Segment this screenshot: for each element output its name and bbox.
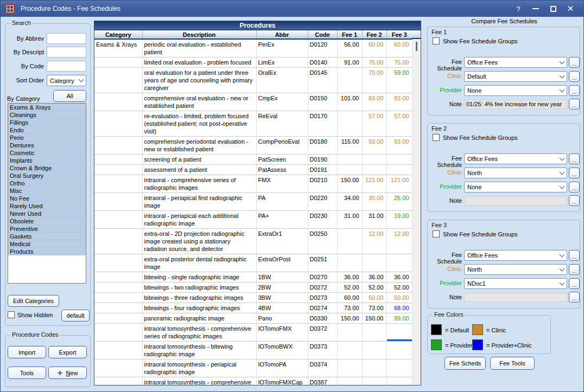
table-row[interactable]: intraoral tomosynthesis - bitewing radio… bbox=[94, 342, 412, 359]
cell-code[interactable]: D0140 bbox=[308, 57, 337, 68]
minimize-button[interactable] bbox=[527, 1, 544, 17]
cell-fee1[interactable] bbox=[337, 155, 362, 165]
category-list-item[interactable]: Crown & Bridge bbox=[8, 164, 86, 172]
category-list-item[interactable]: Exams & Xrays bbox=[8, 104, 86, 111]
column-header-fee1[interactable]: Fee 1 bbox=[337, 30, 362, 39]
fee2-provider-more-button[interactable]: ... bbox=[569, 182, 580, 192]
fee2-provider-dropdown[interactable]: None bbox=[464, 182, 567, 192]
cell-code[interactable]: D0120 bbox=[308, 39, 337, 57]
cell-fee1[interactable] bbox=[337, 377, 362, 386]
cell-fee2[interactable] bbox=[362, 377, 386, 386]
fee1-clinic-more-button[interactable]: ... bbox=[569, 71, 580, 82]
fee2-fee-schedule-more-button[interactable]: ... bbox=[569, 153, 580, 164]
cell-abbr[interactable]: PA bbox=[256, 193, 308, 211]
table-row[interactable]: extra-oral posterior dental radiographic… bbox=[94, 254, 412, 272]
category-list-item[interactable]: Dentures bbox=[8, 142, 86, 149]
fee1-clinic-dropdown[interactable]: Default bbox=[464, 71, 567, 82]
close-button[interactable]: ✕ bbox=[562, 1, 579, 17]
cell-fee3[interactable]: 57.00 bbox=[386, 111, 412, 137]
cell-fee2[interactable] bbox=[362, 324, 386, 342]
cell-fee2[interactable]: 93.00 bbox=[362, 137, 386, 155]
default-button[interactable]: default bbox=[61, 310, 90, 322]
cell-fee2[interactable]: 73.00 bbox=[362, 303, 386, 313]
cell-code[interactable]: D0150 bbox=[308, 93, 337, 111]
cell-description[interactable]: panoramic radiographic image bbox=[142, 313, 256, 324]
cell-fee3[interactable]: 83.00 bbox=[386, 93, 412, 111]
maximize-button[interactable] bbox=[544, 1, 562, 17]
table-row[interactable]: intraoral - comprehensive series of radi… bbox=[94, 175, 412, 193]
cell-category[interactable] bbox=[94, 57, 142, 68]
cell-fee1[interactable]: 60.00 bbox=[337, 293, 362, 303]
cell-fee3[interactable] bbox=[386, 324, 412, 342]
cell-fee1[interactable] bbox=[337, 342, 362, 359]
cell-fee2[interactable] bbox=[362, 155, 386, 165]
cell-description[interactable]: intraoral tomosynthesis - comprehensive … bbox=[142, 377, 256, 386]
cell-description[interactable]: limited oral evaluation - problem focuse… bbox=[142, 57, 256, 68]
cell-fee1[interactable]: 150.00 bbox=[337, 175, 362, 193]
cell-fee2[interactable] bbox=[362, 359, 386, 377]
cell-category[interactable] bbox=[94, 272, 142, 282]
cell-fee2[interactable] bbox=[362, 342, 386, 359]
cell-description[interactable]: intraoral - comprehensive series of radi… bbox=[142, 175, 256, 193]
table-row[interactable]: bitewings - two radiographic images2BWD0… bbox=[94, 282, 412, 293]
cell-fee1[interactable] bbox=[337, 359, 362, 377]
cell-code[interactable]: D0273 bbox=[308, 293, 337, 303]
edit-categories-button[interactable]: Edit Categories bbox=[8, 295, 59, 307]
fee2-clinic-more-button[interactable]: ... bbox=[569, 168, 580, 178]
by-code-input[interactable] bbox=[47, 61, 86, 72]
cell-code[interactable]: D0251 bbox=[308, 254, 337, 272]
table-scrollbar[interactable] bbox=[412, 40, 421, 385]
cell-category[interactable] bbox=[94, 165, 142, 175]
fee3-fee-schedule-more-button[interactable]: ... bbox=[569, 250, 580, 261]
cell-code[interactable]: D0272 bbox=[308, 282, 337, 293]
cell-description[interactable]: bitewing - single radiographic image bbox=[142, 272, 256, 282]
fee-scheds-button[interactable]: Fee Scheds bbox=[445, 357, 486, 370]
cell-fee1[interactable]: 73.00 bbox=[337, 303, 362, 313]
cell-code[interactable]: D0250 bbox=[308, 229, 337, 254]
cell-abbr[interactable]: CompPerioEval bbox=[256, 137, 308, 155]
cell-abbr[interactable]: ExtraOrPost bbox=[256, 254, 308, 272]
help-button[interactable]: ? bbox=[510, 1, 527, 17]
cell-abbr[interactable]: 2BW bbox=[256, 282, 308, 293]
cell-fee3[interactable] bbox=[386, 155, 412, 165]
cell-abbr[interactable]: IOTomoBWX bbox=[256, 342, 308, 359]
cell-abbr[interactable]: ExtraOr1 bbox=[256, 229, 308, 254]
cell-code[interactable]: D0180 bbox=[308, 137, 337, 155]
cell-fee2[interactable]: 30.00 bbox=[362, 193, 386, 211]
category-list-item[interactable]: Never Used bbox=[8, 210, 86, 217]
cell-abbr[interactable]: ReEval bbox=[256, 111, 308, 137]
cell-fee3[interactable]: 121.00 bbox=[386, 175, 412, 193]
table-row[interactable]: comprehensive periodontal evaluation - n… bbox=[94, 137, 412, 155]
cell-description[interactable]: assessment of a patient bbox=[142, 165, 256, 175]
cell-abbr[interactable]: 4BW bbox=[256, 303, 308, 313]
cell-fee1[interactable] bbox=[337, 111, 362, 137]
cell-fee1[interactable]: 56.00 bbox=[337, 39, 362, 57]
scrollbar-thumb[interactable] bbox=[416, 42, 417, 51]
cell-code[interactable]: D0191 bbox=[308, 165, 337, 175]
cell-abbr[interactable]: IOTomoPA bbox=[256, 359, 308, 377]
cell-description[interactable]: bitewings - two radiographic images bbox=[142, 282, 256, 293]
cell-code[interactable]: D0210 bbox=[308, 175, 337, 193]
cell-abbr[interactable]: PatAssess bbox=[256, 165, 308, 175]
cell-description[interactable]: bitewings - four radiographic images bbox=[142, 303, 256, 313]
cell-fee3[interactable]: 52.00 bbox=[386, 282, 412, 293]
cell-fee1[interactable]: 31.00 bbox=[337, 211, 362, 229]
cell-fee1[interactable]: 115.00 bbox=[337, 137, 362, 155]
cell-category[interactable] bbox=[94, 313, 142, 324]
cell-description[interactable]: oral evaluation for a patient under thre… bbox=[142, 68, 256, 93]
cell-fee3[interactable]: 75.00 bbox=[386, 57, 412, 68]
category-list-item[interactable]: Obsolete bbox=[8, 217, 86, 225]
cell-fee2[interactable] bbox=[362, 165, 386, 175]
cell-fee3[interactable] bbox=[386, 342, 412, 359]
cell-fee2[interactable]: 52.00 bbox=[362, 282, 386, 293]
cell-fee3[interactable] bbox=[386, 359, 412, 377]
category-list-item[interactable]: Fillings bbox=[8, 119, 86, 126]
cell-fee2[interactable]: 57.00 bbox=[362, 111, 386, 137]
cell-abbr[interactable]: PerEx bbox=[256, 39, 308, 57]
show-hidden-checkbox[interactable] bbox=[8, 311, 15, 318]
cell-fee1[interactable] bbox=[337, 68, 362, 93]
cell-description[interactable]: periodic oral evaluation - established p… bbox=[142, 39, 256, 57]
fee3-fee-schedule-dropdown[interactable]: Office Fees bbox=[464, 250, 567, 261]
cell-category[interactable] bbox=[94, 93, 142, 111]
cell-fee1[interactable]: 91.00 bbox=[337, 57, 362, 68]
